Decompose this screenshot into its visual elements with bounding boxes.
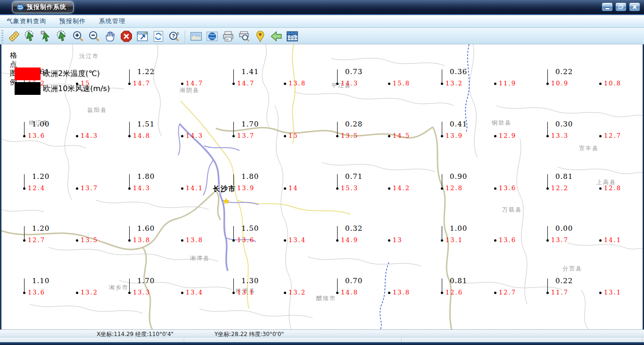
- wind-speed-value: 1.51: [137, 120, 155, 128]
- wind-speed-value: 0.73: [345, 67, 363, 76]
- temperature-value: 14.7: [186, 80, 203, 87]
- grid-point-dot: [599, 239, 602, 242]
- grid-point-dot: [284, 187, 286, 190]
- wind-speed-value: 0.22: [555, 67, 573, 76]
- stop-icon[interactable]: [118, 29, 134, 43]
- temperature-value: 11.9: [499, 80, 516, 87]
- grid-point-dot: [181, 135, 183, 137]
- world-globe-icon[interactable]: [204, 29, 220, 43]
- toolbar-grip: [1, 30, 3, 42]
- wind-speed-value: 0.00: [555, 224, 573, 233]
- select-features-alt-icon[interactable]: [54, 29, 70, 43]
- full-extent-window-icon[interactable]: [134, 29, 150, 43]
- wind-barb: [442, 122, 442, 135]
- wind-speed-value: 1.70: [241, 120, 259, 128]
- map-grid-overview-icon[interactable]: [284, 29, 300, 43]
- menu-forecast-production[interactable]: 预报制作: [53, 17, 92, 25]
- temperature-value: 13.2: [289, 289, 306, 296]
- legend-label-temperature: 欧洲2米温度(℃): [43, 69, 100, 79]
- wind-barb: [233, 122, 234, 135]
- temperature-value: 14.9: [341, 236, 358, 244]
- wind-barb: [24, 278, 25, 292]
- wind-speed-value: 1.60: [137, 224, 155, 233]
- app-window: 预报制作系统 ❌︎ 气象资料查询 预报制作 系统管理: [0, 0, 644, 345]
- wind-speed-value: 1.70: [137, 277, 155, 285]
- temperature-value: 10.9: [551, 80, 569, 87]
- temperature-value: 13.5: [81, 236, 98, 244]
- close-button[interactable]: ❌︎: [629, 2, 640, 11]
- grid-point-dot: [181, 239, 183, 242]
- wind-barb: [337, 122, 338, 135]
- grid-point-dot: [284, 292, 286, 294]
- temperature-value: 14.2: [393, 185, 410, 192]
- print-preview-icon[interactable]: [236, 29, 252, 43]
- zoom-out-icon[interactable]: [86, 29, 102, 43]
- grid-point-dot: [284, 135, 286, 137]
- select-features-icon[interactable]: [22, 29, 38, 43]
- temperature-value: 14.3: [133, 185, 150, 192]
- identify-query-icon[interactable]: ±?: [166, 29, 182, 43]
- wind-barb: [547, 226, 548, 240]
- temperature-value: 13.6: [499, 185, 516, 192]
- grid-point-dot: [284, 83, 286, 85]
- toolbar: ±?: [0, 28, 644, 45]
- menu-weather-data-query[interactable]: 气象资料查询: [0, 17, 53, 25]
- temperature-value: 13.3: [551, 132, 569, 139]
- temperature-value: 13.6: [28, 132, 45, 139]
- temperature-value: 13.5: [341, 132, 358, 139]
- temperature-value: 13.6: [28, 289, 45, 296]
- wind-speed-value: 0.30: [555, 120, 573, 128]
- grid-point-dot: [494, 83, 496, 85]
- wind-barb: [233, 69, 234, 83]
- grid-point-dot: [494, 187, 496, 190]
- wind-barb: [337, 226, 338, 240]
- temperature-value: 14: [289, 185, 298, 192]
- wind-barb: [129, 122, 130, 135]
- star-marker-icon: ★: [223, 196, 230, 206]
- restore-button[interactable]: [615, 2, 627, 11]
- status-bar: X坐标:114.29 经度:110°0'4" Y坐标:28.22 纬度:30°0…: [0, 329, 644, 337]
- grid-point-dot: [76, 135, 78, 137]
- temperature-value: 14.8: [341, 289, 358, 296]
- grid-point-dot: [181, 83, 183, 85]
- export-image-icon[interactable]: [188, 29, 204, 43]
- temperature-value: 12.6: [446, 289, 463, 296]
- menu-system-management[interactable]: 系统管理: [92, 17, 132, 25]
- temperature-value: 13.1: [446, 236, 463, 244]
- temperature-value: 14.3: [186, 132, 203, 139]
- legend-swatch-temperature: [15, 67, 41, 80]
- pan-hand-icon[interactable]: [102, 29, 118, 43]
- print-icon[interactable]: [220, 29, 236, 43]
- wind-speed-value: 0.22: [555, 277, 573, 285]
- grid-point-dot: [494, 239, 496, 242]
- wind-barb: [233, 278, 234, 292]
- select-arrow-icon[interactable]: [38, 29, 54, 43]
- temperature-value: 13.2: [81, 289, 98, 296]
- placemark-pin-icon[interactable]: [252, 29, 268, 43]
- temperature-value: 13.8: [186, 236, 203, 244]
- grid-point-dot: [76, 239, 78, 242]
- minimize-button[interactable]: [602, 2, 613, 11]
- wind-barb: [442, 69, 442, 83]
- measure-ruler-icon[interactable]: [6, 29, 22, 43]
- legend-swatch-wind: [15, 82, 41, 95]
- map-canvas[interactable]: 15.21.611514.71.2214.714.71.4113.814.30.…: [1, 44, 643, 329]
- grid-point-dot: [181, 187, 183, 190]
- window-bottom-border: [0, 342, 644, 345]
- refresh-icon[interactable]: [150, 29, 166, 43]
- wind-speed-value: 1.80: [137, 172, 155, 181]
- temperature-value: 14.8: [133, 132, 150, 139]
- temperature-value: 13.4: [186, 289, 203, 296]
- wind-speed-value: 1.00: [32, 120, 50, 128]
- back-arrow-icon[interactable]: [268, 29, 284, 43]
- temperature-value: 13.7: [237, 132, 255, 139]
- temperature-value: 13.1: [237, 289, 255, 296]
- temperature-value: 12.9: [499, 132, 516, 139]
- temperature-value: 14.3: [341, 80, 358, 87]
- temperature-value: 13.2: [446, 80, 463, 87]
- temperature-value: 11.7: [551, 289, 569, 296]
- zoom-in-icon[interactable]: [70, 29, 86, 43]
- capital-city-label: 长沙市: [213, 185, 236, 194]
- temperature-value: 13.9: [237, 185, 255, 192]
- wind-barb: [547, 122, 548, 135]
